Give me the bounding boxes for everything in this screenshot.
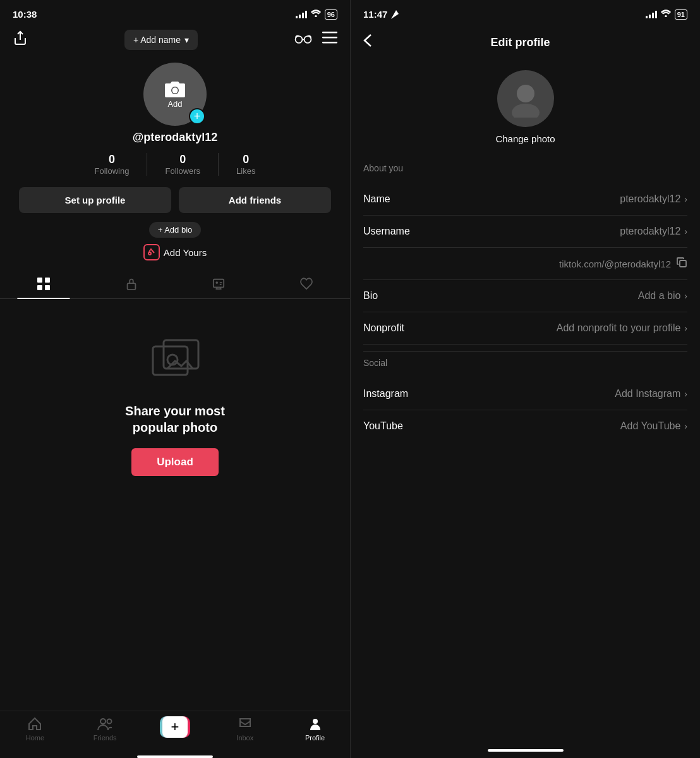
stat-following[interactable]: 0 Following (95, 153, 130, 176)
svg-rect-4 (322, 32, 337, 34)
glasses-icon-button[interactable] (294, 32, 312, 48)
instagram-chevron: › (684, 389, 687, 399)
stat-divider-2 (218, 153, 219, 176)
svg-rect-14 (127, 283, 135, 290)
instagram-value: Add Instagram › (615, 388, 687, 400)
back-button[interactable] (363, 34, 372, 51)
name-chevron: › (684, 194, 687, 204)
svg-rect-13 (45, 285, 50, 290)
bottom-nav: Home Friends + Inbox (0, 711, 350, 753)
svg-point-2 (296, 36, 303, 43)
profile-section: Add + @pterodaktyl12 0 Following 0 Follo… (0, 58, 350, 269)
home-indicator-left (137, 755, 213, 758)
svg-point-21 (107, 719, 112, 724)
status-bar-left: 10:38 96 (0, 0, 350, 25)
left-header: + Add name ▾ (0, 25, 350, 58)
tab-liked[interactable] (263, 269, 351, 298)
instagram-label: Instagram (363, 388, 408, 400)
svg-point-24 (665, 15, 667, 17)
youtube-label: YouTube (363, 420, 403, 432)
menu-button[interactable] (322, 32, 337, 48)
svg-rect-17 (153, 346, 188, 375)
svg-rect-11 (45, 278, 50, 283)
svg-rect-10 (37, 278, 42, 283)
right-panel: 11:47 91 (350, 0, 700, 758)
svg-rect-5 (322, 37, 337, 39)
friends-icon (97, 716, 113, 731)
nonprofit-row[interactable]: Nonprofit Add nonprofit to your profile … (363, 312, 687, 345)
svg-point-0 (315, 15, 317, 17)
plus-badge[interactable]: + (189, 108, 205, 125)
avatar-person-icon (507, 80, 545, 118)
empty-state: Share your most popular photo Upload (0, 299, 350, 711)
username-value: pterodaktyl12 › (620, 226, 687, 237)
nav-plus[interactable]: + (140, 716, 210, 742)
wifi-icon-right (661, 9, 671, 19)
status-bar-right: 11:47 91 (351, 0, 700, 25)
add-name-button[interactable]: + Add name ▾ (124, 30, 198, 50)
nav-home-label: Home (26, 734, 44, 742)
svg-point-16 (216, 281, 219, 284)
svg-point-26 (512, 104, 540, 118)
edit-avatar-section: Change photo (351, 58, 700, 163)
nonprofit-value: Add nonprofit to your profile › (557, 322, 687, 334)
upload-button[interactable]: Upload (131, 448, 219, 476)
copy-icon[interactable] (676, 257, 687, 271)
bio-label: Bio (363, 290, 378, 302)
add-friends-button[interactable]: Add friends (179, 187, 331, 213)
inbox-icon (238, 716, 253, 731)
svg-rect-12 (37, 285, 42, 290)
username-row[interactable]: Username pterodaktyl12 › (363, 216, 687, 248)
nav-friends-label: Friends (94, 734, 117, 742)
tab-tagged[interactable] (175, 269, 263, 298)
setup-profile-button[interactable]: Set up profile (19, 187, 171, 213)
name-value: pterodaktyl12 › (620, 193, 687, 205)
edit-profile-title: Edit profile (491, 36, 550, 49)
plus-create-button[interactable]: + (160, 716, 190, 738)
youtube-value: Add YouTube › (620, 420, 687, 432)
battery-left: 96 (325, 9, 337, 20)
username-label: Username (363, 226, 410, 237)
time-left: 10:38 (13, 9, 37, 20)
svg-point-25 (517, 85, 534, 102)
name-label: Name (363, 193, 390, 205)
svg-rect-27 (680, 260, 686, 267)
add-yours-icon (143, 244, 160, 260)
avatar-container: Add + (143, 63, 207, 126)
youtube-row[interactable]: YouTube Add YouTube › (363, 410, 687, 442)
nav-friends[interactable]: Friends (70, 716, 140, 742)
header-icons (294, 32, 337, 48)
nav-home[interactable]: Home (0, 716, 70, 742)
svg-point-20 (100, 719, 106, 724)
stat-followers[interactable]: 0 Followers (165, 153, 200, 176)
battery-right: 91 (675, 9, 687, 20)
stat-likes[interactable]: 0 Likes (236, 153, 255, 176)
nav-inbox-label: Inbox (236, 734, 253, 742)
edit-profile-form: About you Name pterodaktyl12 › Username … (351, 163, 700, 744)
add-bio-button[interactable]: + Add bio (149, 222, 202, 238)
svg-point-9 (148, 252, 151, 255)
time-right: 11:47 (363, 9, 387, 20)
add-photo-label: Add (167, 99, 182, 109)
section-divider (363, 351, 687, 351)
username-display: @pterodaktyl12 (133, 131, 218, 144)
svg-rect-15 (214, 279, 224, 288)
action-buttons: Set up profile Add friends (13, 187, 337, 213)
tab-private[interactable] (88, 269, 176, 298)
edit-avatar-circle[interactable] (497, 70, 554, 127)
tiktok-link-row: tiktok.com/@pterodaktyl12 (363, 248, 687, 280)
tab-grid[interactable] (0, 269, 88, 298)
nav-inbox[interactable]: Inbox (210, 716, 280, 742)
wifi-icon-left (311, 9, 321, 19)
instagram-row[interactable]: Instagram Add Instagram › (363, 378, 687, 410)
location-arrow-icon (391, 10, 399, 19)
add-yours-row[interactable]: Add Yours (143, 244, 207, 260)
profile-icon (308, 716, 323, 731)
bio-row[interactable]: Bio Add a bio › (363, 280, 687, 312)
nav-profile[interactable]: Profile (280, 716, 350, 742)
nav-profile-label: Profile (305, 734, 325, 742)
name-row[interactable]: Name pterodaktyl12 › (363, 183, 687, 216)
change-photo-label[interactable]: Change photo (495, 133, 555, 144)
about-you-header: About you (363, 163, 687, 173)
share-button[interactable] (13, 30, 28, 49)
